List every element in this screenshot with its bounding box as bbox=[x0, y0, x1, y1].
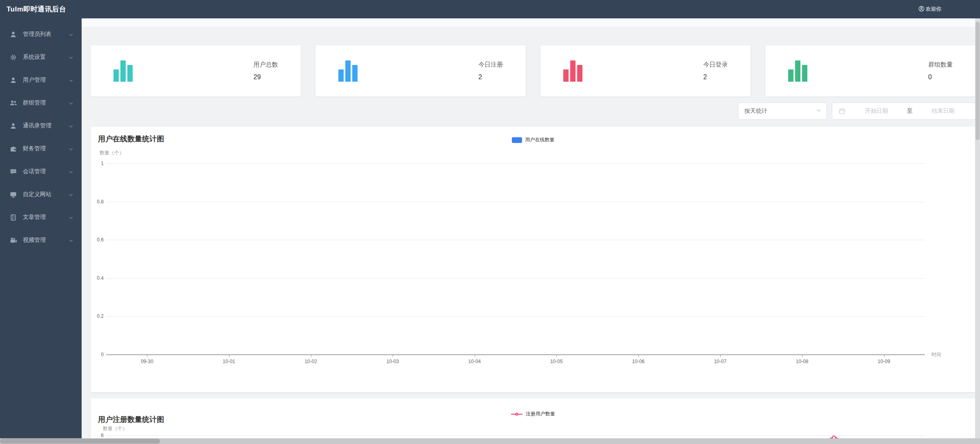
x-tick-label: 10-04 bbox=[460, 359, 489, 364]
x-axis-name: 时间 bbox=[931, 351, 941, 358]
sidebar-item-admin-list[interactable]: 管理员列表 bbox=[0, 23, 82, 46]
sidebar-item-video-management[interactable]: 视频管理 bbox=[0, 229, 82, 252]
user-icon bbox=[10, 31, 17, 38]
stat-card: 群组数量0 bbox=[765, 45, 976, 96]
user-welcome[interactable]: 欢迎你 bbox=[918, 0, 942, 18]
sidebar-item-group-management[interactable]: 群组管理 bbox=[0, 91, 82, 114]
sidebar-item-label: 财务管理 bbox=[23, 145, 69, 152]
gridline bbox=[106, 278, 925, 279]
end-date-input[interactable]: 结束日期 bbox=[915, 107, 971, 115]
x-tick-mark bbox=[556, 355, 557, 357]
gridline bbox=[106, 316, 925, 317]
date-range-picker[interactable]: 开始日期 至 结束日期 bbox=[832, 103, 976, 120]
y-tick-label: 0.8 bbox=[91, 199, 104, 205]
chart-filter-row: 按天统计 开始日期 至 结束日期 bbox=[738, 103, 976, 120]
user-icon bbox=[10, 76, 17, 84]
app-title: TuIm即时通讯后台 bbox=[7, 4, 66, 14]
stat-mode-value: 按天统计 bbox=[744, 107, 767, 115]
x-tick-mark bbox=[475, 355, 475, 357]
stat-card-label: 群组数量 bbox=[928, 61, 953, 69]
online-users-chart-card: 用户在线数量统计图 用户在线数量 数量（个） 00.20.40.60.8109-… bbox=[91, 127, 976, 392]
gear-icon bbox=[10, 54, 17, 61]
x-tick-mark bbox=[311, 355, 311, 357]
y-tick-label: 0.4 bbox=[91, 275, 104, 281]
stat-mode-select[interactable]: 按天统计 bbox=[738, 103, 827, 120]
sidebar-item-user-management[interactable]: 用户管理 bbox=[0, 69, 82, 91]
chevron-down-icon bbox=[69, 192, 73, 197]
chevron-down-icon bbox=[816, 107, 822, 115]
x-tick-label: 10-07 bbox=[706, 359, 735, 364]
x-tick-mark bbox=[638, 355, 639, 357]
bar-chart-icon bbox=[113, 60, 133, 82]
chevron-down-icon bbox=[69, 169, 73, 174]
sidebar-item-label: 自定义网站 bbox=[23, 191, 69, 198]
users-icon bbox=[10, 99, 17, 107]
bar-chart-icon bbox=[788, 60, 807, 82]
sidebar: 管理员列表系统设置用户管理群组管理通讯录管理财务管理会话管理自定义网站文章管理视… bbox=[0, 0, 82, 444]
sidebar-item-finance-management[interactable]: 财务管理 bbox=[0, 137, 82, 160]
y-tick-label: 1 bbox=[91, 161, 104, 166]
y-tick-label: 0.2 bbox=[91, 313, 104, 319]
chevron-down-icon bbox=[69, 55, 73, 60]
x-tick-label: 10-03 bbox=[378, 359, 407, 364]
y-tick-label: 0.6 bbox=[91, 237, 104, 243]
x-tick-label: 10-01 bbox=[215, 359, 243, 364]
x-tick-label: 10-02 bbox=[297, 359, 325, 364]
gridline bbox=[106, 240, 925, 240]
stat-card: 今日注册2 bbox=[316, 45, 526, 96]
vertical-scrollbar bbox=[975, 18, 980, 438]
chevron-down-icon bbox=[69, 123, 73, 128]
x-tick-label: 10-06 bbox=[624, 359, 653, 364]
user-icon bbox=[10, 122, 17, 129]
stat-card-value: 2 bbox=[478, 74, 503, 81]
x-tick-label: 10-05 bbox=[542, 359, 571, 364]
sidebar-item-label: 通讯录管理 bbox=[23, 122, 69, 129]
gridline bbox=[106, 435, 925, 436]
stat-card: 用户总数29 bbox=[91, 45, 301, 96]
stat-card-value: 0 bbox=[928, 74, 953, 81]
horizontal-scrollbar-thumb[interactable] bbox=[0, 439, 160, 444]
date-range-separator: 至 bbox=[904, 107, 915, 115]
register-line-series bbox=[91, 398, 976, 444]
bar-chart-icon bbox=[563, 60, 582, 82]
sidebar-item-system-settings[interactable]: 系统设置 bbox=[0, 46, 82, 69]
sidebar-item-contacts-management[interactable]: 通讯录管理 bbox=[0, 114, 82, 137]
x-tick-mark bbox=[884, 355, 884, 357]
content-top-strip bbox=[82, 18, 980, 27]
chevron-down-icon bbox=[69, 238, 73, 243]
chevron-down-icon bbox=[69, 100, 73, 105]
stat-card: 今日登录2 bbox=[540, 45, 751, 96]
sidebar-item-label: 会话管理 bbox=[23, 168, 69, 175]
sidebar-item-label: 文章管理 bbox=[23, 214, 69, 221]
sidebar-menu: 管理员列表系统设置用户管理群组管理通讯录管理财务管理会话管理自定义网站文章管理视… bbox=[0, 23, 82, 252]
start-date-input[interactable]: 开始日期 bbox=[849, 107, 904, 115]
x-tick-label: 10-08 bbox=[788, 359, 816, 364]
chevron-down-icon bbox=[69, 215, 73, 220]
x-tick-mark bbox=[393, 355, 393, 357]
vertical-scrollbar-thumb[interactable] bbox=[976, 22, 980, 140]
stat-card-label: 用户总数 bbox=[253, 61, 278, 69]
chat-icon bbox=[10, 168, 17, 175]
chevron-down-icon bbox=[69, 146, 73, 151]
sidebar-item-custom-website[interactable]: 自定义网站 bbox=[0, 183, 82, 206]
x-tick-mark bbox=[147, 355, 147, 357]
y-tick-label: 0 bbox=[91, 352, 104, 357]
bar-chart-icon bbox=[338, 60, 358, 82]
gridline bbox=[106, 202, 925, 202]
online-chart-plot-area: 00.20.40.60.8109-3010-0110-0210-0310-041… bbox=[91, 127, 976, 392]
registered-users-chart-card: 用户注册数量统计图 注册用户数量 数量（个） 6 bbox=[91, 398, 976, 444]
y-tick-label: 6 bbox=[91, 433, 104, 438]
sidebar-item-label: 视频管理 bbox=[23, 237, 69, 244]
sidebar-item-label: 管理员列表 bbox=[23, 31, 69, 38]
top-header: TuIm即时通讯后台 欢迎你 bbox=[0, 0, 980, 18]
sidebar-item-label: 系统设置 bbox=[23, 54, 69, 61]
sidebar-item-label: 用户管理 bbox=[23, 76, 69, 84]
stat-card-value: 2 bbox=[703, 74, 728, 81]
stat-card-label: 今日注册 bbox=[478, 61, 503, 69]
sidebar-item-session-management[interactable]: 会话管理 bbox=[0, 160, 82, 183]
monitor-icon bbox=[10, 191, 17, 198]
stat-cards-row: 用户总数29今日注册2今日登录2群组数量0 bbox=[91, 45, 976, 96]
sidebar-item-article-management[interactable]: 文章管理 bbox=[0, 206, 82, 229]
sidebar-item-label: 群组管理 bbox=[23, 99, 69, 107]
chevron-down-icon bbox=[69, 78, 73, 83]
